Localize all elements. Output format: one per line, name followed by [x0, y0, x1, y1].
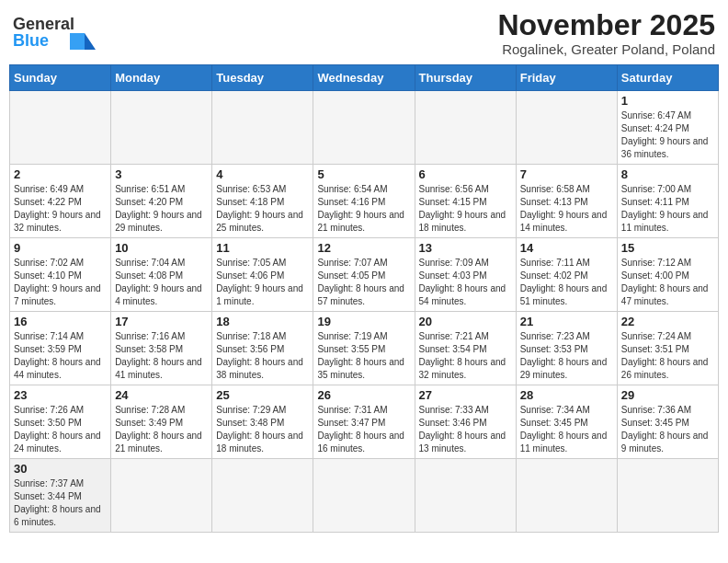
day-info: Sunrise: 7:28 AM Sunset: 3:49 PM Dayligh… [115, 404, 208, 455]
calendar-day-cell: 22Sunrise: 7:24 AM Sunset: 3:51 PM Dayli… [617, 312, 718, 385]
day-number: 9 [14, 241, 107, 255]
calendar-day-cell: 20Sunrise: 7:21 AM Sunset: 3:54 PM Dayli… [415, 312, 516, 385]
day-info: Sunrise: 7:00 AM Sunset: 4:11 PM Dayligh… [621, 183, 714, 235]
calendar-day-cell [415, 91, 516, 165]
day-info: Sunrise: 7:31 AM Sunset: 3:47 PM Dayligh… [317, 404, 410, 455]
day-number: 3 [115, 167, 208, 181]
calendar-week-row: 1Sunrise: 6:47 AM Sunset: 4:24 PM Daylig… [10, 91, 719, 165]
calendar-day-cell: 8Sunrise: 7:00 AM Sunset: 4:11 PM Daylig… [617, 165, 718, 238]
calendar-day-cell: 29Sunrise: 7:36 AM Sunset: 3:45 PM Dayli… [617, 385, 718, 459]
calendar-day-cell: 18Sunrise: 7:18 AM Sunset: 3:56 PM Dayli… [212, 312, 313, 385]
day-of-week-header: Friday [516, 65, 617, 91]
day-info: Sunrise: 6:49 AM Sunset: 4:22 PM Dayligh… [14, 183, 107, 235]
day-number: 19 [317, 315, 410, 328]
day-info: Sunrise: 7:19 AM Sunset: 3:55 PM Dayligh… [317, 330, 410, 382]
day-number: 29 [621, 388, 714, 402]
day-number: 10 [115, 241, 208, 255]
calendar-day-cell: 26Sunrise: 7:31 AM Sunset: 3:47 PM Dayli… [313, 385, 415, 459]
day-number: 17 [115, 315, 208, 328]
day-number: 4 [216, 167, 309, 181]
calendar-day-cell: 10Sunrise: 7:04 AM Sunset: 4:08 PM Dayli… [111, 238, 212, 312]
day-info: Sunrise: 7:14 AM Sunset: 3:59 PM Dayligh… [14, 330, 107, 382]
day-info: Sunrise: 7:33 AM Sunset: 3:46 PM Dayligh… [419, 404, 512, 455]
day-number: 15 [621, 241, 714, 255]
calendar-day-cell [313, 459, 415, 533]
calendar-day-cell: 13Sunrise: 7:09 AM Sunset: 4:03 PM Dayli… [415, 238, 516, 312]
calendar-day-cell [111, 91, 212, 165]
calendar-day-cell: 21Sunrise: 7:23 AM Sunset: 3:53 PM Dayli… [516, 312, 617, 385]
day-info: Sunrise: 6:47 AM Sunset: 4:24 PM Dayligh… [621, 109, 714, 161]
day-info: Sunrise: 7:37 AM Sunset: 3:44 PM Dayligh… [14, 477, 107, 529]
day-number: 14 [520, 241, 613, 255]
title-area: November 2025 Rogalinek, Greater Poland,… [497, 9, 715, 57]
day-number: 28 [520, 388, 613, 402]
day-info: Sunrise: 7:21 AM Sunset: 3:54 PM Dayligh… [419, 330, 512, 382]
calendar-day-cell: 14Sunrise: 7:11 AM Sunset: 4:02 PM Dayli… [516, 238, 617, 312]
day-number: 30 [14, 462, 107, 476]
day-of-week-header: Saturday [617, 65, 718, 91]
day-info: Sunrise: 7:26 AM Sunset: 3:50 PM Dayligh… [14, 404, 107, 455]
calendar-day-cell [313, 91, 415, 165]
day-number: 11 [216, 241, 309, 255]
calendar-day-cell: 19Sunrise: 7:19 AM Sunset: 3:55 PM Dayli… [313, 312, 415, 385]
day-number: 1 [621, 94, 714, 108]
day-info: Sunrise: 6:58 AM Sunset: 4:13 PM Dayligh… [520, 183, 613, 235]
day-info: Sunrise: 7:34 AM Sunset: 3:45 PM Dayligh… [520, 404, 613, 455]
calendar-day-cell: 30Sunrise: 7:37 AM Sunset: 3:44 PM Dayli… [10, 459, 111, 533]
day-info: Sunrise: 6:56 AM Sunset: 4:15 PM Dayligh… [419, 183, 512, 235]
calendar-day-cell: 15Sunrise: 7:12 AM Sunset: 4:00 PM Dayli… [617, 238, 718, 312]
calendar-day-cell: 6Sunrise: 6:56 AM Sunset: 4:15 PM Daylig… [415, 165, 516, 238]
calendar-day-cell: 16Sunrise: 7:14 AM Sunset: 3:59 PM Dayli… [10, 312, 111, 385]
calendar-day-cell [415, 459, 516, 533]
calendar-week-row: 2Sunrise: 6:49 AM Sunset: 4:22 PM Daylig… [10, 165, 719, 238]
day-of-week-header: Sunday [10, 65, 111, 91]
calendar-day-cell: 23Sunrise: 7:26 AM Sunset: 3:50 PM Dayli… [10, 385, 111, 459]
calendar-header-row: SundayMondayTuesdayWednesdayThursdayFrid… [10, 65, 719, 91]
day-info: Sunrise: 7:07 AM Sunset: 4:05 PM Dayligh… [317, 257, 410, 308]
day-of-week-header: Thursday [415, 65, 516, 91]
calendar-day-cell [111, 459, 212, 533]
calendar-week-row: 30Sunrise: 7:37 AM Sunset: 3:44 PM Dayli… [10, 459, 719, 533]
calendar-day-cell: 1Sunrise: 6:47 AM Sunset: 4:24 PM Daylig… [617, 91, 718, 165]
calendar-day-cell [212, 91, 313, 165]
day-info: Sunrise: 7:05 AM Sunset: 4:06 PM Dayligh… [216, 257, 309, 308]
calendar-table: SundayMondayTuesdayWednesdayThursdayFrid… [9, 64, 719, 533]
calendar-day-cell [516, 91, 617, 165]
day-info: Sunrise: 7:18 AM Sunset: 3:56 PM Dayligh… [216, 330, 309, 382]
calendar-day-cell [516, 459, 617, 533]
logo: General Blue [13, 9, 96, 51]
location: Rogalinek, Greater Poland, Poland [497, 41, 715, 57]
page-header: General Blue November 2025 Rogalinek, Gr… [9, 9, 719, 57]
calendar-day-cell: 27Sunrise: 7:33 AM Sunset: 3:46 PM Dayli… [415, 385, 516, 459]
svg-text:Blue: Blue [13, 31, 49, 50]
day-info: Sunrise: 7:12 AM Sunset: 4:00 PM Dayligh… [621, 257, 714, 308]
calendar-day-cell: 4Sunrise: 6:53 AM Sunset: 4:18 PM Daylig… [212, 165, 313, 238]
calendar-day-cell [212, 459, 313, 533]
day-number: 27 [419, 388, 512, 402]
day-info: Sunrise: 7:11 AM Sunset: 4:02 PM Dayligh… [520, 257, 613, 308]
day-of-week-header: Monday [111, 65, 212, 91]
day-info: Sunrise: 7:36 AM Sunset: 3:45 PM Dayligh… [621, 404, 714, 455]
day-number: 12 [317, 241, 410, 255]
day-number: 21 [520, 315, 613, 328]
calendar-day-cell: 5Sunrise: 6:54 AM Sunset: 4:16 PM Daylig… [313, 165, 415, 238]
calendar-day-cell: 25Sunrise: 7:29 AM Sunset: 3:48 PM Dayli… [212, 385, 313, 459]
svg-text:General: General [13, 15, 74, 33]
day-info: Sunrise: 7:09 AM Sunset: 4:03 PM Dayligh… [419, 257, 512, 308]
day-number: 7 [520, 167, 613, 181]
day-number: 25 [216, 388, 309, 402]
day-number: 22 [621, 315, 714, 328]
day-number: 16 [14, 315, 107, 328]
calendar-day-cell: 7Sunrise: 6:58 AM Sunset: 4:13 PM Daylig… [516, 165, 617, 238]
day-info: Sunrise: 6:53 AM Sunset: 4:18 PM Dayligh… [216, 183, 309, 235]
day-number: 23 [14, 388, 107, 402]
day-number: 6 [419, 167, 512, 181]
calendar-week-row: 9Sunrise: 7:02 AM Sunset: 4:10 PM Daylig… [10, 238, 719, 312]
day-of-week-header: Tuesday [212, 65, 313, 91]
day-info: Sunrise: 7:23 AM Sunset: 3:53 PM Dayligh… [520, 330, 613, 382]
day-number: 2 [14, 167, 107, 181]
day-number: 24 [115, 388, 208, 402]
calendar-day-cell [617, 459, 718, 533]
day-number: 8 [621, 167, 714, 181]
day-number: 5 [317, 167, 410, 181]
